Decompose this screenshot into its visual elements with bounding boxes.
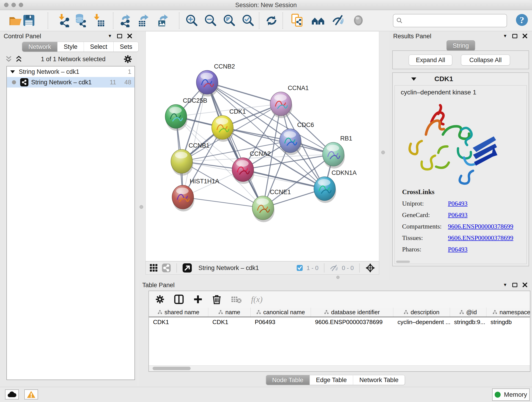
panel-close-icon[interactable] [522, 33, 527, 38]
zoom-selected-icon[interactable] [241, 13, 255, 28]
network-edge-CCNB2-CCNE1[interactable] [207, 82, 263, 208]
open-view-external-icon[interactable] [182, 263, 192, 273]
column-header-canonical-name[interactable]: canonical name [251, 307, 311, 317]
zoom-in-icon[interactable] [185, 13, 199, 28]
apply-function-icon[interactable]: f(x) [251, 294, 263, 304]
splitter-handle[interactable] [139, 205, 143, 209]
tab-edge-table[interactable]: Edge Table [310, 375, 353, 385]
collapse-all-icon[interactable] [5, 56, 13, 63]
import-table-from-file-icon[interactable] [92, 13, 106, 28]
table-settings-gear-icon[interactable] [155, 295, 165, 304]
first-neighbors-icon[interactable] [311, 13, 325, 28]
table-cell[interactable]: stringdb:9... [450, 317, 486, 328]
crosslink-link[interactable]: P06493 [448, 246, 468, 253]
network-edge-CCNA2-CDKN1A[interactable] [243, 170, 325, 189]
search-box[interactable] [393, 14, 507, 27]
crosslink-link[interactable]: P06493 [448, 200, 468, 207]
open-session-icon[interactable] [9, 13, 22, 28]
network-edge-HIST1H1A-CCNE1[interactable] [183, 197, 263, 208]
table-row[interactable]: CDK1CDK1P064939606.ENSP00000378699cyclin… [149, 317, 530, 328]
table-cell[interactable]: 9606.ENSP00000378699 [311, 317, 393, 328]
zoom-out-icon[interactable] [204, 13, 217, 28]
tab-string[interactable]: String [447, 40, 475, 51]
crosslink-link[interactable]: 9606.ENSP00000378699 [448, 223, 513, 230]
warnings-button[interactable] [24, 389, 38, 400]
hidden-eye-icon[interactable] [330, 264, 338, 271]
share-view-icon[interactable] [162, 263, 171, 273]
hide-selected-icon[interactable] [331, 13, 345, 28]
refresh-style-icon[interactable] [265, 13, 278, 28]
results-scrollbar-thumb[interactable] [396, 261, 410, 263]
tab-node-table[interactable]: Node Table [266, 375, 310, 385]
delete-table-icon[interactable] [231, 295, 241, 303]
table-cell[interactable]: stringdb [486, 317, 530, 328]
save-session-icon[interactable] [22, 13, 36, 28]
panel-float-icon[interactable] [117, 34, 122, 38]
panel-menu-icon[interactable]: ▼ [503, 33, 507, 38]
network-row-selected[interactable]: String Network – cdk1 11 48 [7, 77, 134, 88]
panel-close-icon[interactable] [127, 33, 132, 38]
help-icon[interactable]: ? [515, 13, 529, 27]
panel-float-icon[interactable] [512, 283, 517, 287]
cloud-status-button[interactable] [5, 389, 19, 400]
network-node-CDC25B[interactable]: CDC25B [165, 97, 207, 131]
export-table-icon[interactable] [137, 13, 151, 28]
show-graphics-details-icon[interactable] [351, 13, 365, 28]
splitter-handle[interactable] [336, 276, 340, 279]
results-section-header[interactable]: CDK1 [393, 73, 529, 85]
network-node-CDK1[interactable]: CDK1 [212, 108, 246, 142]
import-network-from-file-icon[interactable] [57, 13, 70, 28]
window-close-button[interactable] [4, 3, 8, 7]
window-minimize-button[interactable] [12, 3, 16, 7]
network-node-CDKN1A[interactable]: CDKN1A [314, 169, 357, 203]
search-input[interactable] [403, 17, 507, 24]
delete-column-icon[interactable] [212, 294, 221, 304]
birds-eye-view-icon[interactable] [365, 263, 375, 273]
section-expander-icon[interactable] [411, 77, 417, 81]
network-view-canvas[interactable]: CCNB2CCNA1CDC25BCDK1CDC6RB1CCNB1CCNA2CDK… [146, 31, 379, 261]
export-network-icon[interactable] [119, 13, 133, 28]
tab-network[interactable]: Network [22, 42, 57, 51]
panel-menu-icon[interactable]: ▼ [108, 33, 112, 38]
network-collection-row[interactable]: String Network – cdk1 1 [7, 66, 134, 77]
column-header-namespace[interactable]: namespace [486, 307, 530, 317]
tab-sets[interactable]: Sets [114, 42, 138, 51]
panel-menu-icon[interactable]: ▼ [503, 282, 507, 287]
column-header-@id[interactable]: @id [450, 307, 486, 317]
grid-view-icon[interactable] [149, 264, 158, 272]
expand-all-button[interactable]: Expand All [409, 55, 452, 65]
network-node-CCNE1[interactable]: CCNE1 [252, 189, 291, 222]
panel-float-icon[interactable] [512, 34, 517, 38]
network-node-CCNB1[interactable]: CCNB1 [171, 142, 210, 176]
column-header-description[interactable]: description [393, 307, 450, 317]
open-in-cytoscape-web-icon[interactable] [291, 13, 304, 28]
tab-select[interactable]: Select [84, 42, 114, 51]
tab-style[interactable]: Style [57, 42, 84, 51]
expand-all-icon[interactable] [15, 56, 23, 63]
zoom-fit-content-icon[interactable] [222, 13, 236, 28]
panel-close-icon[interactable] [522, 282, 527, 287]
column-header-shared-name[interactable]: shared name [149, 307, 208, 317]
import-network-from-database-icon[interactable] [74, 13, 87, 28]
window-zoom-button[interactable] [19, 3, 23, 7]
network-node-RB1[interactable]: RB1 [323, 135, 352, 168]
add-column-icon[interactable] [193, 295, 203, 304]
table-cell[interactable]: CDK1 [208, 317, 251, 328]
column-header-database-identifier[interactable]: database identifier [311, 307, 393, 317]
network-node-CCNA1[interactable]: CCNA1 [270, 85, 309, 118]
table-cell[interactable]: CDK1 [149, 317, 208, 328]
split-columns-icon[interactable] [174, 294, 184, 304]
scrollbar-thumb[interactable] [152, 367, 191, 370]
network-options-gear-icon[interactable] [123, 55, 132, 64]
selected-checkbox-icon[interactable] [297, 265, 303, 271]
splitter-handle[interactable] [381, 151, 385, 154]
network-node-HIST1H1A[interactable]: HIST1H1A [172, 178, 219, 211]
node-table[interactable]: shared namenamecanonical namedatabase id… [149, 307, 530, 365]
column-header-name[interactable]: name [208, 307, 251, 317]
crosslink-link[interactable]: 9606.ENSP00000378699 [448, 234, 513, 242]
table-cell[interactable]: cyclin–dependent ... [393, 317, 450, 328]
crosslink-link[interactable]: P06493 [448, 211, 468, 219]
table-cell[interactable]: P06493 [251, 317, 311, 328]
export-image-icon[interactable] [157, 13, 170, 28]
memory-button[interactable]: Memory [492, 389, 530, 401]
